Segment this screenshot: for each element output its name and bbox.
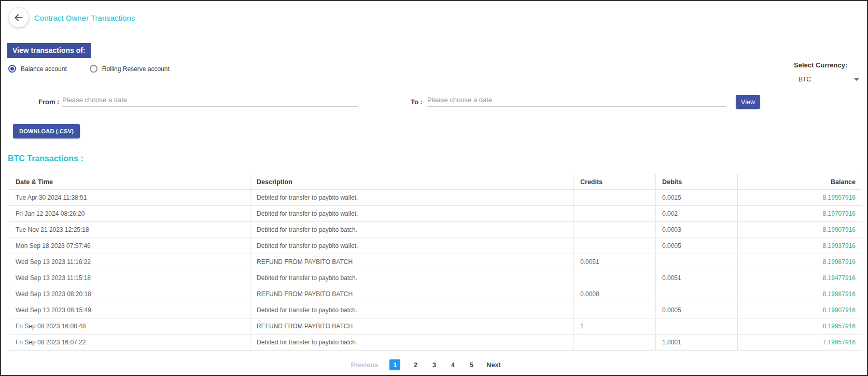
table-row: Wed Sep 13 2023 08:15:49 Debited for tra… xyxy=(9,302,862,318)
cell-debit: 0.0051 xyxy=(656,270,738,286)
cell-description: Debited for transfer to paybito wallet. xyxy=(250,190,574,206)
cell-debit: 0.0015 xyxy=(656,190,738,206)
cell-description: Debited for transfer to paybito wallet. xyxy=(250,206,574,222)
chevron-down-icon xyxy=(854,78,859,81)
cell-description: Debited for transfer to paybito batch. xyxy=(250,222,574,238)
cell-debit xyxy=(656,286,738,302)
col-header-date-time: Date & Time xyxy=(9,174,250,190)
cell-balance: 8.19477916 xyxy=(738,270,862,286)
cell-balance: 8.19707916 xyxy=(738,206,862,222)
cell-credit xyxy=(574,302,656,318)
pagination-page-3[interactable]: 3 xyxy=(430,361,438,369)
table-row: Tue Apr 30 2024 11:38:51 Debited for tra… xyxy=(9,190,862,206)
cell-debit: 0.0005 xyxy=(656,302,738,318)
cell-debit: 1.0001 xyxy=(656,335,738,351)
table-header-row: Date & Time Description Credits Debits B… xyxy=(9,174,862,190)
to-date-input[interactable] xyxy=(427,93,726,107)
cell-date: Tue Nov 21 2023 12:25:18 xyxy=(9,222,250,238)
cell-balance: 7.19957916 xyxy=(738,335,862,351)
currency-picker: Select Currency: BTC xyxy=(794,61,859,83)
cell-debit: 0.0003 xyxy=(656,222,738,238)
cell-credit xyxy=(574,190,656,206)
cell-description: Debited for transfer to paybito batch. xyxy=(250,270,574,286)
btc-transactions-title: BTC Transactions : xyxy=(8,154,83,163)
col-header-balance: Balance xyxy=(738,174,862,190)
radio-balance-account[interactable]: Balance account xyxy=(8,65,67,73)
from-date-input[interactable] xyxy=(62,93,358,107)
transactions-table: Date & Time Description Credits Debits B… xyxy=(9,174,862,351)
cell-date: Tue Apr 30 2024 11:38:51 xyxy=(9,190,250,206)
cell-date: Wed Sep 13 2023 08:20:18 xyxy=(9,286,250,302)
cell-debit: 0.002 xyxy=(656,206,738,222)
cell-credit: 0.0051 xyxy=(574,254,656,270)
cell-balance: 8.19987916 xyxy=(738,286,862,302)
cell-date: Wed Sep 13 2023 11:16:22 xyxy=(9,254,250,270)
table-row: Tue Nov 21 2023 12:25:18 Debited for tra… xyxy=(9,222,862,238)
cell-balance: 8.19987916 xyxy=(738,254,862,270)
cell-credit xyxy=(574,335,656,351)
pagination-page-5[interactable]: 5 xyxy=(468,361,475,369)
cell-credit: 0.0008 xyxy=(574,286,656,302)
pagination-next[interactable]: Next xyxy=(486,361,500,369)
cell-credit: 1 xyxy=(574,318,656,335)
cell-date: Mon Sep 18 2023 07:57:46 xyxy=(9,238,250,254)
pagination-page-2[interactable]: 2 xyxy=(412,361,419,369)
table-row: Wed Sep 13 2023 11:16:22 REFUND FROM PAY… xyxy=(9,254,862,270)
radio-rolling-reserve-label: Rolling Reserve account xyxy=(102,65,170,73)
cell-credit xyxy=(574,222,656,238)
cell-balance: 8.19957916 xyxy=(738,318,862,335)
cell-debit xyxy=(656,318,738,335)
cell-date: Wed Sep 13 2023 08:15:49 xyxy=(9,302,250,318)
cell-date: Wed Sep 13 2023 11:15:18 xyxy=(9,270,250,286)
cell-balance: 8.19907916 xyxy=(738,222,862,238)
cell-balance: 8.19907916 xyxy=(738,302,862,318)
download-csv-button[interactable]: DOWNLOAD (.CSV) xyxy=(13,124,80,138)
cell-description: REFUND FROM PAYBITO BATCH xyxy=(250,254,574,270)
table-row: Mon Sep 18 2023 07:57:46 Debited for tra… xyxy=(9,238,862,254)
view-transactions-of-label: View transactions of: xyxy=(7,43,91,58)
cell-date: Fri Sep 08 2023 16:07:22 xyxy=(9,335,250,351)
pagination-previous[interactable]: Previous xyxy=(351,361,379,369)
cell-description: Debited for transfer to paybito batch. xyxy=(250,335,574,351)
cell-balance: 8.19557916 xyxy=(738,190,862,206)
select-currency-label: Select Currency: xyxy=(794,61,859,69)
table-row: Fri Jan 12 2024 08:26:20 Debited for tra… xyxy=(9,206,862,222)
pagination-page-4[interactable]: 4 xyxy=(449,361,456,369)
cell-debit xyxy=(656,254,738,270)
contract-owner-transactions-page: Contract Owner Transactions View transac… xyxy=(0,0,868,376)
radio-selected-icon xyxy=(8,65,16,73)
page-title: Contract Owner Transactions xyxy=(34,1,135,34)
header-bar: Contract Owner Transactions xyxy=(1,1,867,34)
cell-date: Fri Sep 08 2023 16:08:48 xyxy=(9,318,250,335)
currency-value: BTC xyxy=(799,76,811,83)
table-row: Fri Sep 08 2023 16:08:48 REFUND FROM PAY… xyxy=(9,318,862,335)
arrow-left-icon xyxy=(13,12,24,23)
table-row: Fri Sep 08 2023 16:07:22 Debited for tra… xyxy=(9,335,862,351)
radio-rolling-reserve-account[interactable]: Rolling Reserve account xyxy=(90,65,170,73)
to-label: To : xyxy=(411,98,423,106)
account-type-radio-group: Balance account Rolling Reserve account xyxy=(8,65,170,73)
radio-balance-account-label: Balance account xyxy=(21,65,67,73)
table-row: Wed Sep 13 2023 11:15:18 Debited for tra… xyxy=(9,270,862,286)
pagination: Previous 1 2 3 4 5 Next xyxy=(0,359,859,370)
back-button[interactable] xyxy=(9,8,29,27)
col-header-description: Description xyxy=(250,174,574,190)
currency-dropdown[interactable]: BTC xyxy=(794,76,859,83)
view-button[interactable]: View xyxy=(736,95,760,109)
cell-balance: 8.19937916 xyxy=(738,238,862,254)
cell-credit xyxy=(574,238,656,254)
col-header-debits: Debits xyxy=(656,174,738,190)
radio-unselected-icon xyxy=(90,65,97,73)
col-header-credits: Credits xyxy=(574,174,656,190)
table-row: Wed Sep 13 2023 08:20:18 REFUND FROM PAY… xyxy=(9,286,862,302)
cell-credit xyxy=(574,270,656,286)
cell-description: REFUND FROM PAYBITO BATCH xyxy=(250,286,574,302)
cell-description: Debited for transfer to paybito wallet. xyxy=(250,238,574,254)
cell-description: REFUND FROM PAYBITO BATCH xyxy=(250,318,574,335)
from-label: From : xyxy=(38,98,59,106)
pagination-page-1[interactable]: 1 xyxy=(389,359,400,370)
cell-date: Fri Jan 12 2024 08:26:20 xyxy=(9,206,250,222)
cell-description: Debited for transfer to paybito batch. xyxy=(250,302,574,318)
cell-debit: 0.0005 xyxy=(656,238,738,254)
cell-credit xyxy=(574,206,656,222)
